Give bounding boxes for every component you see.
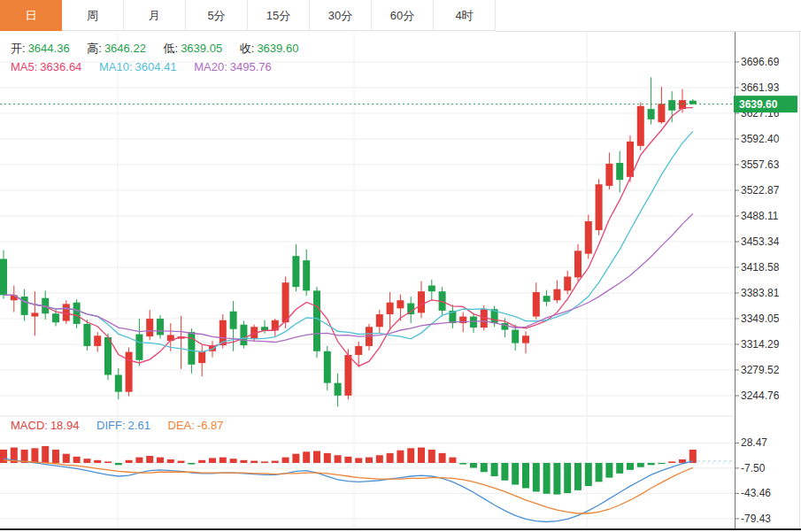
- ma5-value: 3636.64: [40, 60, 81, 73]
- low-label: 低:: [164, 42, 179, 55]
- diff-label: DIFF:: [96, 419, 126, 432]
- svg-text:3639.60: 3639.60: [739, 98, 778, 111]
- chart-canvas[interactable]: 3696.693661.933627.163592.403557.633522.…: [0, 0, 801, 532]
- tabbar-filler: [496, 0, 801, 32]
- tab-week[interactable]: 周: [62, 0, 124, 31]
- ohlc-readout: 开:3644.36 高:3646.22 低:3639.05 收:3639.60: [11, 41, 312, 57]
- svg-text:3661.93: 3661.93: [741, 81, 780, 94]
- tab-month[interactable]: 月: [124, 0, 186, 31]
- tab-30min[interactable]: 30分: [310, 0, 372, 31]
- diff-value: 2.61: [128, 419, 150, 432]
- svg-text:3488.11: 3488.11: [741, 210, 779, 222]
- svg-text:3453.34: 3453.34: [741, 235, 780, 248]
- high-label: 高:: [87, 42, 102, 55]
- svg-text:3383.81: 3383.81: [741, 287, 780, 299]
- svg-text:-79.43: -79.43: [741, 513, 771, 525]
- macd-value: 18.94: [50, 419, 80, 432]
- ma-readout: MA5:3636.64 MA10:3604.41 MA20:3495.76: [11, 60, 286, 73]
- svg-text:28.47: 28.47: [741, 436, 767, 449]
- trading-chart-app: 3696.693661.933627.163592.403557.633522.…: [0, 0, 801, 532]
- macd-label: MACD:: [11, 419, 48, 432]
- svg-text:3314.29: 3314.29: [741, 338, 780, 351]
- svg-text:3279.52: 3279.52: [741, 364, 780, 376]
- svg-text:3696.69: 3696.69: [741, 56, 780, 68]
- macd-histogram: [0, 446, 697, 495]
- ma10-label: MA10:: [99, 60, 133, 73]
- svg-text:3522.87: 3522.87: [741, 184, 780, 197]
- last-price-badge: 3639.60: [734, 96, 797, 112]
- close-value: 3639.60: [257, 42, 298, 55]
- tab-5min[interactable]: 5分: [186, 0, 248, 31]
- tab-day[interactable]: 日: [0, 0, 62, 31]
- timeframe-tabbar: 日 周 月 5分 15分 30分 60分 4时: [0, 0, 801, 32]
- dea-label: DEA:: [168, 419, 195, 432]
- ma10-value: 3604.41: [135, 60, 177, 73]
- svg-text:3244.76: 3244.76: [741, 389, 780, 402]
- tab-4hour[interactable]: 4时: [434, 0, 496, 31]
- svg-text:3592.40: 3592.40: [741, 133, 780, 145]
- low-value: 3639.05: [181, 42, 222, 55]
- svg-text:-43.46: -43.46: [741, 487, 771, 499]
- tab-15min[interactable]: 15分: [248, 0, 310, 31]
- ma5-label: MA5:: [11, 60, 37, 73]
- high-value: 3646.22: [104, 42, 146, 55]
- svg-text:3557.63: 3557.63: [741, 158, 780, 171]
- ma20-label: MA20:: [194, 60, 227, 73]
- ma20-value: 3495.76: [230, 60, 272, 73]
- open-value: 3644.36: [28, 42, 70, 55]
- open-label: 开:: [11, 42, 26, 55]
- svg-text:3349.05: 3349.05: [741, 312, 780, 325]
- tab-60min[interactable]: 60分: [372, 0, 434, 31]
- close-label: 收:: [240, 42, 255, 55]
- macd-axis-labels: 28.47-7.50-43.46-79.43: [735, 436, 771, 525]
- dea-value: -6.87: [197, 419, 224, 432]
- macd-readout: MACD:18.94 DIFF:2.61 DEA:-6.87: [11, 419, 237, 432]
- svg-text:3418.58: 3418.58: [741, 261, 780, 274]
- svg-text:-7.50: -7.50: [741, 462, 766, 474]
